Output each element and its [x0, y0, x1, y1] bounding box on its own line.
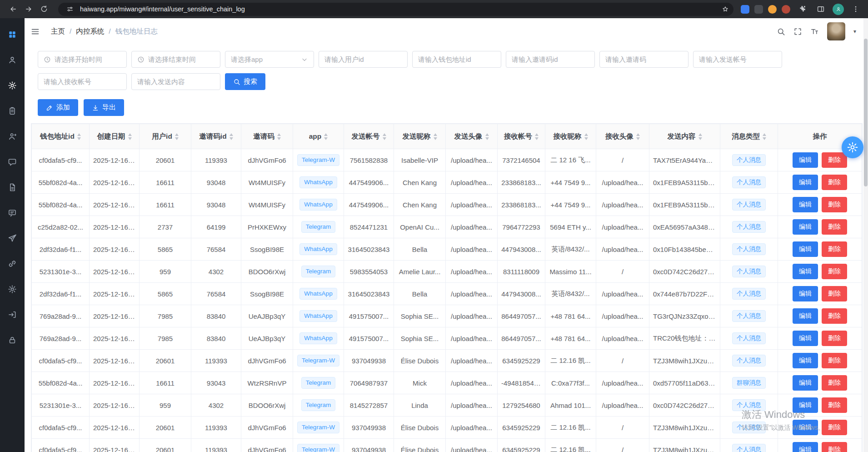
column-header-recv_account[interactable]: 接收帐号	[498, 124, 545, 149]
edit-button[interactable]: 编辑	[793, 286, 818, 301]
edit-button[interactable]: 编辑	[793, 375, 818, 391]
export-button[interactable]: 导出	[84, 99, 124, 116]
sidebar-item-messages[interactable]	[0, 200, 25, 226]
scrollbar-thumb[interactable]	[864, 39, 868, 186]
breadcrumb-item[interactable]: 内控系统	[76, 27, 104, 36]
end-time-input-field[interactable]	[148, 55, 215, 63]
page-scrollbar[interactable]	[863, 18, 868, 452]
invite-code-input[interactable]	[599, 51, 688, 68]
sidebar-item-security[interactable]	[0, 327, 25, 353]
forward-button[interactable]	[22, 2, 35, 16]
edit-button[interactable]: 编辑	[793, 264, 818, 279]
delete-button[interactable]: 删除	[822, 442, 847, 452]
send-account-input[interactable]	[693, 51, 782, 68]
search-button[interactable]: 搜索	[225, 73, 265, 90]
search-icon[interactable]	[777, 27, 785, 36]
extension-icon-1[interactable]	[741, 5, 749, 14]
sidebar-item-tasks[interactable]	[0, 98, 25, 124]
floating-settings-button[interactable]	[842, 136, 863, 158]
column-header-created[interactable]: 创建日期	[90, 124, 140, 149]
start-time-input-field[interactable]	[55, 55, 121, 63]
edit-button[interactable]: 编辑	[793, 197, 818, 212]
send-content-input-field[interactable]	[137, 78, 215, 85]
delete-button[interactable]: 删除	[822, 420, 847, 435]
delete-button[interactable]: 删除	[822, 197, 847, 212]
user-id-input[interactable]	[319, 51, 408, 68]
breadcrumb-item[interactable]: 主页	[51, 27, 65, 36]
edit-button[interactable]: 编辑	[793, 308, 818, 324]
column-header-recv_nick[interactable]: 接收昵称	[545, 124, 596, 149]
end-time-input[interactable]	[131, 51, 220, 68]
sort-carets-icon[interactable]	[763, 133, 766, 140]
sort-carets-icon[interactable]	[434, 133, 437, 140]
sidebar-item-internal-control[interactable]	[0, 73, 25, 98]
sidebar-item-content-edit[interactable]	[0, 175, 25, 200]
sidebar-item-send[interactable]	[0, 226, 25, 251]
sort-carets-icon[interactable]	[77, 133, 81, 140]
sort-carets-icon[interactable]	[584, 133, 588, 140]
start-time-input[interactable]	[38, 51, 127, 68]
sidebar-item-users[interactable]	[0, 47, 25, 73]
extension-icon-4[interactable]	[782, 5, 790, 14]
sort-carets-icon[interactable]	[128, 133, 132, 140]
receive-account-input-field[interactable]	[44, 78, 121, 85]
bookmark-star-icon[interactable]	[720, 4, 731, 15]
address-bar[interactable]: haiwang.app/miwang#/internal/user_sensit…	[58, 3, 733, 16]
font-size-icon[interactable]	[810, 27, 819, 36]
column-header-send_nick[interactable]: 发送昵称	[394, 124, 446, 149]
wallet-address-id-input-field[interactable]	[418, 55, 495, 63]
sort-carets-icon[interactable]	[636, 133, 640, 140]
column-header-invite_id[interactable]: 邀请码id	[191, 124, 241, 149]
sidebar-item-members[interactable]	[0, 124, 25, 149]
back-button[interactable]	[6, 2, 20, 16]
invite-code-input-field[interactable]	[605, 55, 683, 63]
delete-button[interactable]: 删除	[822, 152, 847, 168]
invite-code-id-input-field[interactable]	[512, 55, 589, 63]
sort-carets-icon[interactable]	[229, 133, 233, 140]
wallet-address-id-input[interactable]	[412, 51, 501, 68]
edit-button[interactable]: 编辑	[793, 420, 818, 435]
edit-button[interactable]: 编辑	[793, 219, 818, 235]
column-header-send_avatar[interactable]: 发送头像	[446, 124, 498, 149]
user-avatar[interactable]	[827, 22, 845, 40]
column-header-content[interactable]: 发送内容	[649, 124, 720, 149]
sort-carets-icon[interactable]	[324, 133, 328, 140]
site-settings-icon[interactable]	[65, 4, 75, 15]
delete-button[interactable]: 删除	[822, 175, 847, 190]
column-header-recv_avatar[interactable]: 接收头像	[596, 124, 649, 149]
column-header-invite_code[interactable]: 邀请码	[241, 124, 293, 149]
edit-button[interactable]: 编辑	[793, 152, 818, 168]
fullscreen-icon[interactable]	[793, 27, 802, 36]
delete-button[interactable]: 删除	[822, 219, 847, 235]
delete-button[interactable]: 删除	[822, 375, 847, 391]
sidebar-collapse-button[interactable]	[30, 27, 40, 36]
delete-button[interactable]: 删除	[822, 353, 847, 368]
column-header-app[interactable]: app	[293, 124, 344, 149]
sidebar-item-links[interactable]	[0, 251, 25, 276]
delete-button[interactable]: 删除	[822, 331, 847, 346]
edit-button[interactable]: 编辑	[793, 331, 818, 346]
browser-menu-icon[interactable]	[849, 2, 863, 16]
sidebar-item-dashboard[interactable]	[0, 22, 25, 47]
delete-button[interactable]: 删除	[822, 264, 847, 279]
app-select[interactable]	[225, 51, 314, 68]
side-panel-icon[interactable]	[814, 2, 828, 16]
sort-carets-icon[interactable]	[277, 133, 281, 140]
delete-button[interactable]: 删除	[822, 241, 847, 257]
delete-button[interactable]: 删除	[822, 397, 847, 413]
browser-profile-avatar[interactable]	[833, 4, 844, 15]
edit-button[interactable]: 编辑	[793, 397, 818, 413]
column-header-send_account[interactable]: 发送帐号	[344, 124, 394, 149]
column-header-msg_type[interactable]: 消息类型	[720, 124, 778, 149]
app-select-field[interactable]	[231, 55, 297, 63]
edit-button[interactable]: 编辑	[793, 353, 818, 368]
reload-button[interactable]	[37, 2, 51, 16]
edit-button[interactable]: 编辑	[793, 442, 818, 452]
column-header-user_id[interactable]: 用户id	[140, 124, 191, 149]
column-header-wallet_id[interactable]: 钱包地址id	[32, 124, 90, 149]
add-button[interactable]: 添加	[38, 99, 78, 116]
delete-button[interactable]: 删除	[822, 286, 847, 301]
sort-carets-icon[interactable]	[383, 133, 386, 140]
send-content-input[interactable]	[131, 73, 220, 90]
send-account-input-field[interactable]	[699, 55, 776, 63]
